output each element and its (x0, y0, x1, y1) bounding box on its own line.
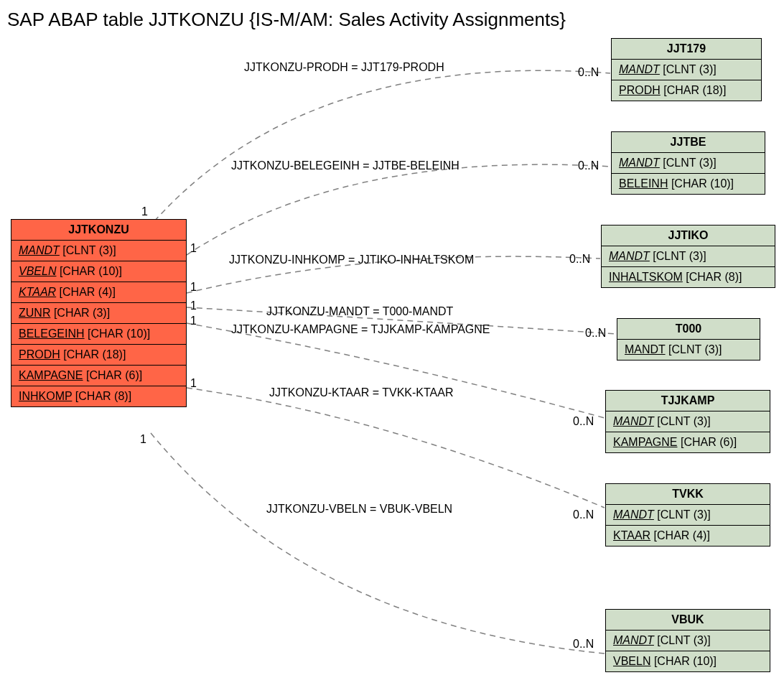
field-row: MANDT [CLNT (3)] (606, 631, 770, 651)
cardinality-left: 1 (190, 281, 197, 294)
field-row: BELEGEINH [CHAR (10)] (11, 324, 186, 345)
entity-header: TVKK (606, 484, 770, 505)
entity-t000: T000 MANDT [CLNT (3)] (617, 318, 760, 361)
entity-header: JJTIKO (602, 225, 775, 246)
entity-header: JJTKONZU (11, 220, 186, 241)
field-row: MANDT [CLNT (3)] (606, 411, 770, 432)
cardinality-left: 1 (140, 433, 146, 446)
edge-label: JJTKONZU-KAMPAGNE = TJJKAMP-KAMPAGNE (231, 323, 490, 336)
entity-header: T000 (617, 319, 760, 340)
cardinality-left: 1 (190, 299, 197, 312)
cardinality-right: 0..N (569, 253, 590, 266)
field-row: BELEINH [CHAR (10)] (612, 174, 765, 194)
field-row: MANDT [CLNT (3)] (606, 505, 770, 526)
entity-tvkk: TVKK MANDT [CLNT (3)] KTAAR [CHAR (4)] (605, 483, 770, 547)
cardinality-left: 1 (141, 205, 148, 218)
edge-label: JJTKONZU-PRODH = JJT179-PRODH (244, 61, 444, 74)
edge-label: JJTKONZU-BELEGEINH = JJTBE-BELEINH (231, 159, 459, 172)
field-row: ZUNR [CHAR (3)] (11, 303, 186, 324)
diagram-title: SAP ABAP table JJTKONZU {IS-M/AM: Sales … (7, 9, 566, 31)
edge-label: JJTKONZU-INHKOMP = JJTIKO-INHALTSKOM (229, 254, 474, 266)
cardinality-right: 0..N (585, 327, 606, 340)
entity-header: JJTBE (612, 132, 765, 153)
field-row: MANDT [CLNT (3)] (11, 241, 186, 261)
cardinality-left: 1 (190, 377, 197, 390)
entity-vbuk: VBUK MANDT [CLNT (3)] VBELN [CHAR (10)] (605, 609, 770, 672)
entity-jjtiko: JJTIKO MANDT [CLNT (3)] INHALTSKOM [CHAR… (601, 225, 775, 288)
entity-header: VBUK (606, 610, 770, 631)
entity-jjt179: JJT179 MANDT [CLNT (3)] PRODH [CHAR (18)… (611, 38, 762, 101)
cardinality-right: 0..N (573, 508, 594, 521)
cardinality-right: 0..N (573, 415, 594, 428)
cardinality-right: 0..N (578, 66, 599, 79)
field-row: VBELN [CHAR (10)] (606, 651, 770, 671)
entity-jjtbe: JJTBE MANDT [CLNT (3)] BELEINH [CHAR (10… (611, 131, 765, 195)
field-row: MANDT [CLNT (3)] (602, 246, 775, 267)
field-row: VBELN [CHAR (10)] (11, 261, 186, 282)
field-row: KAMPAGNE [CHAR (6)] (606, 432, 770, 452)
field-row: PRODH [CHAR (18)] (612, 80, 761, 101)
field-row: INHALTSKOM [CHAR (8)] (602, 267, 775, 287)
entity-header: TJJKAMP (606, 391, 770, 411)
field-row: KAMPAGNE [CHAR (6)] (11, 366, 186, 386)
field-row: INHKOMP [CHAR (8)] (11, 386, 186, 406)
edge-label: JJTKONZU-MANDT = T000-MANDT (266, 305, 453, 318)
cardinality-right: 0..N (578, 159, 599, 172)
field-row: MANDT [CLNT (3)] (612, 153, 765, 174)
field-row: MANDT [CLNT (3)] (617, 340, 760, 360)
edge-label: JJTKONZU-KTAAR = TVKK-KTAAR (269, 386, 453, 399)
edge-label: JJTKONZU-VBELN = VBUK-VBELN (266, 503, 452, 516)
field-row: KTAAR [CHAR (4)] (606, 526, 770, 546)
entity-jjtkonzu: JJTKONZU MANDT [CLNT (3)] VBELN [CHAR (1… (11, 219, 187, 407)
field-row: PRODH [CHAR (18)] (11, 345, 186, 366)
field-row: MANDT [CLNT (3)] (612, 60, 761, 80)
field-row: KTAAR [CHAR (4)] (11, 282, 186, 303)
cardinality-left: 1 (190, 242, 197, 255)
entity-header: JJT179 (612, 39, 761, 60)
entity-tjjkamp: TJJKAMP MANDT [CLNT (3)] KAMPAGNE [CHAR … (605, 390, 770, 453)
cardinality-left: 1 (190, 315, 197, 327)
cardinality-right: 0..N (573, 638, 594, 651)
